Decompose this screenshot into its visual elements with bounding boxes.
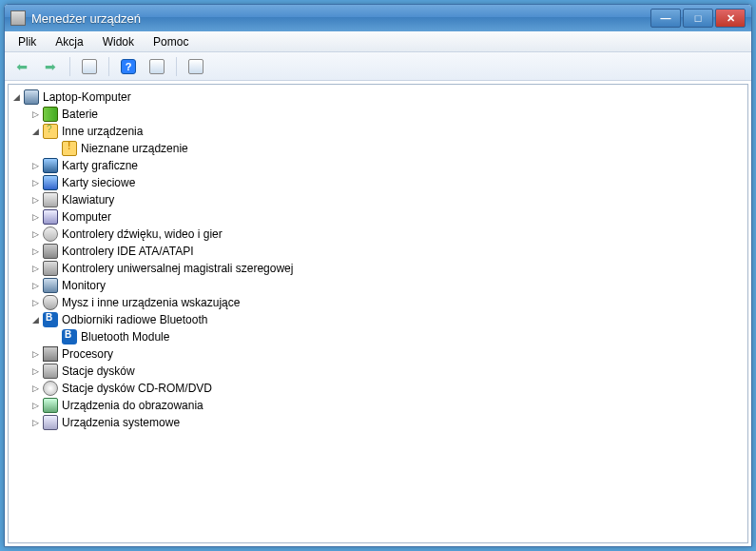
tree-node-karty-graficzne[interactable]: ▷ Karty graficzne — [29, 157, 746, 174]
tree-node-stacje-dyskow[interactable]: ▷ Stacje dysków — [29, 363, 746, 380]
menu-help[interactable]: Pomoc — [145, 33, 196, 50]
computer-icon — [24, 89, 39, 105]
tree-content[interactable]: ◢ Laptop-Komputer ▷ Baterie ◢ Inne urząd… — [8, 84, 748, 543]
expander-icon[interactable]: ▷ — [29, 417, 41, 428]
expander-icon[interactable]: ▷ — [29, 211, 41, 223]
menu-file[interactable]: Plik — [10, 33, 44, 50]
arrow-right-icon: ➡ — [45, 59, 56, 74]
menu-view[interactable]: Widok — [95, 33, 142, 50]
tree-node-bt-module[interactable]: ▷ Bluetooth Module — [48, 328, 746, 345]
help-button[interactable]: ? — [117, 55, 140, 78]
node-label: Nieznane urządzenie — [81, 142, 188, 155]
tree-node-kontrolery-dzwieku[interactable]: ▷ Kontrolery dźwięku, wideo i gier — [29, 226, 746, 243]
network-adapter-icon — [43, 175, 58, 190]
system-device-icon — [43, 415, 58, 430]
expander-icon[interactable]: ▷ — [29, 108, 41, 120]
node-label: Stacje dysków CD-ROM/DVD — [62, 382, 212, 395]
tree-node-klawiatury[interactable]: ▷ Klawiatury — [29, 191, 746, 208]
help-icon: ? — [121, 59, 136, 74]
node-label: Procesory — [62, 347, 113, 361]
node-label: Bluetooth Module — [81, 330, 169, 344]
tree-node-kontrolery-usb[interactable]: ▷ Kontrolery uniwersalnej magistrali sze… — [29, 260, 746, 277]
expander-icon[interactable]: ▷ — [29, 160, 41, 171]
expander-icon[interactable]: ▷ — [29, 263, 41, 274]
cd-drive-icon — [43, 381, 58, 396]
toolbar-separator — [69, 57, 70, 76]
titlebar[interactable]: Menedżer urządzeń — □ ✕ — [5, 5, 751, 31]
minimize-button[interactable]: — — [650, 9, 681, 28]
expander-icon[interactable]: ◢ — [10, 91, 22, 103]
node-label: Baterie — [62, 108, 98, 121]
cpu-icon — [43, 346, 58, 362]
sound-controller-icon — [43, 226, 58, 242]
window-title: Menedżer urządzeń — [31, 11, 650, 26]
imaging-device-icon — [43, 398, 58, 413]
scan-hardware-button[interactable] — [184, 55, 207, 78]
window-controls: — □ ✕ — [650, 9, 746, 28]
properties-button[interactable] — [145, 55, 168, 78]
tree-node-komputer[interactable]: ▷ Komputer — [29, 208, 746, 226]
node-label: Kontrolery IDE ATA/ATAPI — [62, 245, 194, 258]
node-label: Urządzenia systemowe — [62, 416, 180, 429]
expander-icon[interactable]: ◢ — [29, 314, 41, 325]
forward-button[interactable]: ➡ — [39, 55, 62, 78]
tree-node-systemowe[interactable]: ▷ Urządzenia systemowe — [29, 414, 746, 431]
display-adapter-icon — [43, 158, 58, 173]
bluetooth-icon — [43, 312, 58, 327]
computer-category-icon — [43, 209, 58, 225]
node-label: Kontrolery dźwięku, wideo i gier — [62, 227, 223, 241]
node-label: Kontrolery uniwersalnej magistrali szere… — [62, 262, 293, 275]
tree-node-inne[interactable]: ◢ Inne urządzenia — [29, 123, 746, 140]
expander-icon[interactable]: ▷ — [29, 365, 41, 377]
tree-node-kontrolery-ide[interactable]: ▷ Kontrolery IDE ATA/ATAPI — [29, 243, 746, 260]
expander-icon[interactable]: ▷ — [29, 400, 41, 411]
node-label: Klawiatury — [62, 193, 114, 207]
other-devices-icon — [43, 124, 58, 139]
maximize-button[interactable]: □ — [683, 9, 713, 28]
expander-icon[interactable]: ◢ — [29, 126, 41, 137]
battery-icon — [43, 107, 58, 122]
menu-action[interactable]: Akcja — [48, 33, 90, 50]
expander-icon[interactable]: ▷ — [29, 246, 41, 257]
expander-icon[interactable]: ▷ — [29, 228, 41, 240]
node-label: Komputer — [62, 210, 111, 224]
usb-controller-icon — [43, 261, 58, 276]
close-button[interactable]: ✕ — [715, 9, 746, 28]
device-tree: ◢ Laptop-Komputer ▷ Baterie ◢ Inne urząd… — [10, 89, 746, 431]
ide-controller-icon — [43, 244, 58, 259]
tree-node-stacje-cd[interactable]: ▷ Stacje dysków CD-ROM/DVD — [29, 380, 746, 397]
expander-icon[interactable]: ▷ — [29, 383, 41, 394]
tree-node-procesory[interactable]: ▷ Procesory — [29, 345, 746, 363]
node-label: Karty graficzne — [62, 159, 138, 172]
app-icon — [10, 10, 26, 26]
show-hide-tree-button[interactable] — [78, 55, 101, 78]
toolbar-separator — [108, 57, 109, 76]
unknown-device-icon — [62, 141, 77, 156]
node-label: Mysz i inne urządzenia wskazujące — [62, 296, 240, 309]
toolbar-separator — [176, 57, 177, 76]
scan-icon — [188, 59, 204, 74]
expander-icon[interactable]: ▷ — [29, 297, 41, 308]
tree-node-mysz[interactable]: ▷ Mysz i inne urządzenia wskazujące — [29, 294, 746, 311]
expander-icon[interactable]: ▷ — [29, 280, 41, 291]
node-label: Laptop-Komputer — [43, 90, 131, 104]
tree-node-baterie[interactable]: ▷ Baterie — [29, 106, 746, 123]
bluetooth-icon — [62, 329, 77, 344]
mouse-icon — [43, 295, 58, 310]
disk-drive-icon — [43, 364, 58, 379]
tree-root[interactable]: ◢ Laptop-Komputer — [10, 89, 746, 106]
tree-node-obrazowanie[interactable]: ▷ Urządzenia do obrazowania — [29, 397, 746, 414]
keyboard-icon — [43, 192, 58, 207]
expander-icon[interactable]: ▷ — [29, 348, 41, 360]
tree-node-karty-sieciowe[interactable]: ▷ Karty sieciowe — [29, 174, 746, 191]
node-label: Monitory — [62, 279, 106, 292]
device-manager-window: Menedżer urządzeń — □ ✕ Plik Akcja Widok… — [4, 4, 752, 547]
properties-icon — [149, 59, 165, 74]
tree-node-nieznane[interactable]: ▷ Nieznane urządzenie — [48, 140, 746, 157]
expander-icon[interactable]: ▷ — [29, 177, 41, 188]
node-label: Urządzenia do obrazowania — [62, 399, 204, 412]
expander-icon[interactable]: ▷ — [29, 194, 41, 206]
back-button[interactable]: ➡ — [10, 55, 33, 78]
tree-node-monitory[interactable]: ▷ Monitory — [29, 277, 746, 294]
tree-node-bluetooth[interactable]: ◢ Odbiorniki radiowe Bluetooth — [29, 311, 746, 328]
